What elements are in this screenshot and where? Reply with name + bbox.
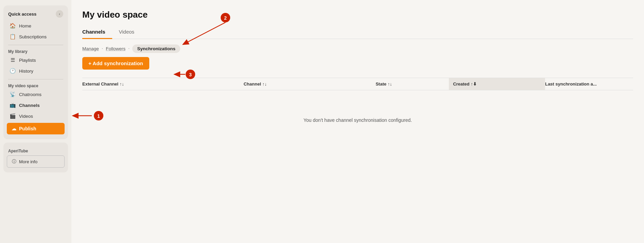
my-video-space-label: My video space: [3, 82, 68, 89]
sidebar-item-history[interactable]: 🕐 History: [5, 66, 67, 76]
page-title: My video space: [82, 10, 633, 20]
add-sync-label: + Add synchronization: [88, 60, 143, 66]
playlists-icon: ☰: [10, 57, 16, 63]
col-last-sync-label: Last synchronization a...: [545, 81, 597, 87]
sidebar-item-subscriptions-label: Subscriptions: [19, 34, 47, 39]
sidebar-item-home[interactable]: 🏠 Home: [5, 20, 67, 31]
publish-button[interactable]: ☁ Publish: [7, 123, 65, 134]
main-tabs: Channels Videos: [82, 26, 633, 39]
history-icon: 🕐: [10, 68, 16, 74]
sidebar-item-chatrooms[interactable]: 📡 Chatrooms: [5, 89, 67, 100]
sub-tab-synchronizations[interactable]: Synchronizations: [132, 44, 180, 53]
divider-2: [8, 79, 63, 79]
empty-state-text: You don't have channel synchronisation c…: [304, 117, 412, 123]
sidebar-item-home-label: Home: [19, 23, 31, 29]
tab-videos[interactable]: Videos: [119, 26, 141, 39]
sidebar-item-subscriptions[interactable]: 📋 Subscriptions: [5, 31, 67, 42]
empty-state: You don't have channel synchronisation c…: [82, 90, 633, 150]
sidebar-item-chatrooms-label: Chatrooms: [19, 92, 41, 97]
col-external-label: External Channel ↑↓: [82, 81, 124, 87]
sidebar-item-channels-label: Channels: [19, 103, 40, 108]
my-library-label: My library: [3, 48, 68, 55]
sidebar-item-channels[interactable]: 📺 Channels: [5, 100, 67, 111]
add-synchronization-button[interactable]: + Add synchronization: [82, 57, 149, 70]
quick-access-header: Quick access ‹: [3, 9, 68, 20]
sidebar-item-playlists-label: Playlists: [19, 58, 36, 63]
channels-icon: 📺: [10, 102, 16, 108]
sidebar-item-history-label: History: [19, 69, 33, 74]
more-info-label: More info: [19, 159, 37, 164]
quick-access-section: Quick access ‹ 🏠 Home 📋 Subscriptions My…: [3, 5, 68, 139]
col-header-state[interactable]: State ↑↓: [376, 81, 449, 87]
sidebar-item-playlists[interactable]: ☰ Playlists: [5, 55, 67, 66]
sub-tab-dot-2: ·: [128, 45, 130, 52]
publish-label: Publish: [19, 126, 36, 131]
tab-channels[interactable]: Channels: [82, 26, 112, 39]
home-icon: 🏠: [10, 23, 16, 29]
videos-icon: 🎬: [10, 113, 16, 119]
sub-tab-dot-1: ·: [102, 45, 103, 52]
col-created-label: Created ↑⬇: [453, 81, 477, 87]
table-container: External Channel ↑↓ Channel ↑↓ State ↑↓ …: [82, 78, 633, 150]
subscriptions-icon: 📋: [10, 34, 16, 40]
sidebar-item-videos[interactable]: 🎬 Videos: [5, 111, 67, 122]
col-channel-label: Channel ↑↓: [243, 81, 267, 87]
table-header: External Channel ↑↓ Channel ↑↓ State ↑↓ …: [82, 78, 633, 90]
sidebar-item-videos-label: Videos: [19, 114, 33, 119]
sidebar: Quick access ‹ 🏠 Home 📋 Subscriptions My…: [0, 0, 71, 243]
col-header-created[interactable]: Created ↑⬇: [449, 78, 545, 90]
collapse-button[interactable]: ‹: [56, 10, 63, 18]
sub-tab-followers[interactable]: Followers: [106, 46, 125, 51]
sub-tabs: Manage · Followers · Synchronizations: [82, 39, 633, 57]
col-state-label: State ↑↓: [376, 81, 392, 87]
more-info-button[interactable]: ⓘ More info: [7, 155, 65, 168]
main-content: My video space Channels Videos Manage · …: [71, 0, 644, 243]
col-header-external[interactable]: External Channel ↑↓: [82, 81, 243, 87]
chatrooms-icon: 📡: [10, 91, 16, 97]
col-header-last-sync[interactable]: Last synchronization a...: [545, 81, 633, 87]
quick-access-title: Quick access: [8, 12, 36, 17]
publish-icon: ☁: [12, 126, 16, 131]
divider-1: [8, 45, 63, 45]
sub-tab-manage[interactable]: Manage: [82, 46, 99, 51]
info-icon: ⓘ: [12, 158, 16, 165]
col-header-channel[interactable]: Channel ↑↓: [243, 81, 375, 87]
aperitube-section: AperiTube ⓘ More info: [3, 143, 68, 172]
aperitube-label: AperiTube: [3, 146, 68, 154]
